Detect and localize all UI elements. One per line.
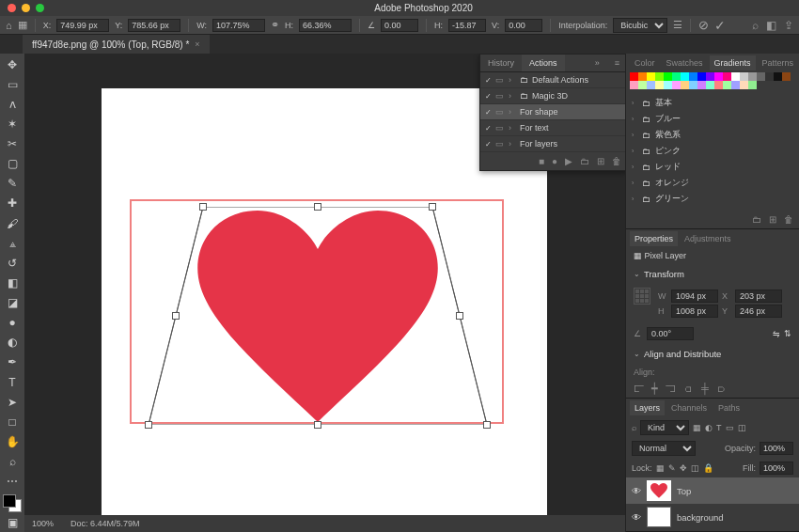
filter-shape-icon[interactable]: ▭ (726, 423, 734, 432)
gradient-swatch[interactable] (681, 72, 689, 81)
gradient-swatch[interactable] (706, 72, 714, 81)
y-input[interactable] (128, 19, 180, 32)
prop-rotate-input[interactable] (647, 327, 694, 340)
gradient-swatch[interactable] (630, 81, 638, 89)
prop-h-input[interactable] (671, 305, 718, 318)
tab-gradients[interactable]: Gradients (710, 55, 756, 70)
play-icon[interactable]: ▶ (565, 156, 572, 166)
lock-artboard-icon[interactable]: ◫ (691, 463, 699, 473)
frame-tool[interactable]: ▢ (2, 155, 23, 173)
disclosure-icon[interactable]: › (509, 107, 516, 117)
move-tool[interactable]: ✥ (2, 55, 23, 73)
rotate-input[interactable] (381, 19, 418, 32)
hand-tool[interactable]: ✋ (2, 432, 23, 450)
transform-handle[interactable] (314, 203, 321, 211)
transform-bounding-box[interactable] (149, 207, 487, 425)
pen-tool[interactable]: ✒ (2, 353, 23, 371)
flip-horizontal-icon[interactable]: ⇋ (773, 329, 780, 338)
gradient-swatch[interactable] (638, 81, 647, 89)
align-top-icon[interactable]: ⫏ (683, 383, 694, 395)
shape-tool[interactable]: □ (2, 413, 23, 430)
new-set-icon[interactable]: 🗀 (580, 156, 589, 166)
tab-paths[interactable]: Paths (713, 400, 744, 415)
gradient-swatch[interactable] (664, 72, 672, 81)
history-brush-tool[interactable]: ↺ (2, 254, 23, 272)
interpolation-select[interactable]: Bicubic (613, 18, 667, 33)
layer-thumbnail[interactable] (647, 480, 671, 501)
share-icon[interactable]: ⇪ (784, 19, 793, 32)
new-action-icon[interactable]: ⊞ (597, 156, 604, 166)
w-input[interactable] (212, 19, 265, 32)
lock-transparency-icon[interactable]: ▦ (656, 463, 665, 473)
brush-tool[interactable]: 🖌 (2, 214, 23, 232)
preset-folder[interactable]: ›🗀ブルー (632, 111, 793, 127)
gradient-swatch[interactable] (748, 72, 757, 81)
lasso-tool[interactable]: ʌ (2, 95, 23, 113)
gradient-swatch[interactable] (714, 72, 723, 81)
gradient-swatch[interactable] (714, 81, 723, 89)
filter-icon[interactable]: ⌕ (632, 423, 636, 432)
action-row[interactable]: ✓ ▭ › For layers (480, 136, 625, 152)
quick-mask-icon[interactable]: ▣ (2, 514, 23, 532)
edit-toolbar[interactable]: ⋯ (2, 473, 23, 491)
gradient-swatch[interactable] (697, 72, 706, 81)
layout-icon[interactable]: ◧ (766, 19, 776, 32)
path-select-tool[interactable]: ➤ (2, 393, 23, 411)
new-folder-icon[interactable]: 🗀 (752, 214, 761, 225)
gradient-swatch[interactable] (655, 81, 664, 89)
record-icon[interactable]: ● (552, 156, 557, 166)
gradient-swatch[interactable] (689, 72, 697, 81)
disclosure-icon[interactable]: › (632, 180, 637, 186)
anchor-reference-icon[interactable] (634, 288, 650, 305)
layer-row[interactable]: 👁 background (626, 504, 799, 530)
layer-row[interactable]: 👁 Top (626, 477, 799, 504)
action-row[interactable]: ✓ ▭ › 🗀 Default Actions (480, 72, 625, 88)
filter-smart-icon[interactable]: ◫ (738, 423, 746, 432)
disclosure-icon[interactable]: › (632, 148, 637, 154)
gradient-swatch[interactable] (672, 72, 681, 81)
transform-handle[interactable] (145, 421, 152, 429)
disclosure-icon[interactable]: › (509, 123, 516, 133)
dialog-toggle-icon[interactable]: ▭ (495, 139, 505, 149)
lock-all-icon[interactable]: 🔒 (703, 463, 713, 473)
transform-handle[interactable] (172, 312, 180, 320)
home-icon[interactable]: ⌂ (6, 20, 12, 31)
dialog-toggle-icon[interactable]: ▭ (495, 91, 505, 101)
transform-handle[interactable] (456, 312, 463, 320)
action-row[interactable]: ✓ ▭ › 🗀 Magic 3D (480, 88, 625, 104)
marquee-tool[interactable]: ▭ (2, 75, 23, 93)
gradient-swatch[interactable] (757, 72, 765, 81)
blend-mode-select[interactable]: Normal (632, 441, 696, 456)
clone-tool[interactable]: ⟁ (2, 234, 23, 252)
new-preset-icon[interactable]: ⊞ (769, 214, 776, 225)
gradient-tool[interactable]: ◪ (2, 294, 23, 312)
action-row[interactable]: ✓ ▭ › For text (480, 120, 625, 136)
gradient-swatch[interactable] (655, 72, 664, 81)
tab-patterns[interactable]: Patterns (758, 55, 799, 70)
fg-bg-colors[interactable] (3, 494, 22, 512)
disclosure-icon[interactable]: › (509, 91, 516, 101)
anchor-point-icon[interactable]: ▦ (18, 19, 27, 31)
search-icon[interactable]: ⌕ (752, 19, 759, 32)
gradient-swatch[interactable] (782, 72, 791, 81)
layer-name[interactable]: Top (677, 486, 691, 496)
tab-swatches[interactable]: Swatches (662, 55, 708, 70)
gradient-swatch[interactable] (630, 72, 638, 81)
gradient-swatch[interactable] (697, 81, 706, 89)
dialog-toggle-icon[interactable]: ▭ (495, 123, 505, 133)
eyedropper-tool[interactable]: ✎ (2, 175, 23, 193)
link-wh-icon[interactable]: ⚭ (271, 19, 279, 31)
filter-type-icon[interactable]: T (716, 423, 722, 432)
gradient-swatch[interactable] (731, 72, 740, 81)
close-window-icon[interactable] (8, 4, 16, 12)
minimize-window-icon[interactable] (22, 4, 30, 12)
checkmark-icon[interactable]: ✓ (485, 108, 492, 117)
delete-preset-icon[interactable]: 🗑 (784, 214, 793, 225)
action-row[interactable]: ✓ ▭ › For shape (480, 104, 625, 120)
warp-icon[interactable]: ☰ (673, 19, 682, 31)
gradient-swatch[interactable] (731, 81, 740, 89)
panel-menu-icon[interactable]: » (588, 55, 607, 71)
preset-folder[interactable]: ›🗀レッド (632, 159, 793, 175)
disclosure-icon[interactable]: › (509, 75, 516, 85)
actions-panel[interactable]: History Actions » ≡ ✓ ▭ › 🗀 Default Acti… (479, 54, 625, 171)
